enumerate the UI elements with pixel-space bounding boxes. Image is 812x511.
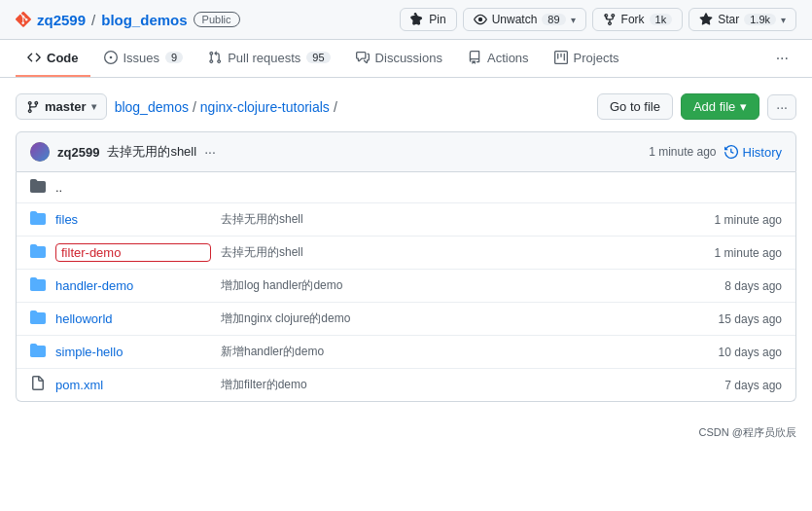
file-time-simple-hello: 10 days ago: [704, 346, 782, 359]
commit-time: 1 minute ago: [649, 145, 716, 159]
issues-badge: 9: [165, 52, 183, 63]
file-name-simple-hello[interactable]: simple-hello: [55, 345, 211, 359]
main-content: master ▾ blog_demos / nginx-clojure-tuto…: [0, 78, 812, 418]
branch-label: master: [45, 99, 87, 114]
tab-issues[interactable]: Issues 9: [92, 41, 195, 77]
file-msg-filter-demo: 去掉无用的shell: [221, 244, 694, 261]
file-icon-pom: [30, 376, 46, 394]
folder-icon-3: [30, 276, 46, 295]
folder-icon: [30, 210, 46, 229]
add-file-button[interactable]: Add file ▾: [681, 93, 759, 120]
history-icon: [724, 145, 738, 159]
file-row-handler-demo: handler-demo 增加log handler的demo 8 days a…: [17, 270, 795, 303]
commit-author[interactable]: zq2599: [57, 145, 99, 160]
pin-label: Pin: [429, 13, 445, 26]
file-msg: 去掉无用的shell: [221, 211, 694, 228]
tab-code-label: Code: [47, 51, 79, 65]
tab-discussions-label: Discussions: [375, 51, 442, 65]
file-time: 1 minute ago: [704, 213, 782, 227]
file-msg-pom: 增加filter的demo: [221, 377, 694, 393]
parent-link[interactable]: ..: [55, 180, 211, 195]
unwatch-button[interactable]: Unwatch 89 ▾: [463, 8, 586, 31]
file-name-filter-demo[interactable]: filter-demo: [55, 243, 211, 262]
file-time-handler-demo: 8 days ago: [704, 279, 782, 293]
fork-count: 1k: [650, 14, 673, 25]
repo-owner[interactable]: zq2599: [37, 12, 86, 28]
avatar: [30, 142, 50, 162]
fork-icon: [603, 13, 617, 26]
tab-pr-label: Pull requests: [228, 51, 300, 65]
folder-icon-2: [30, 243, 46, 262]
file-row-helloworld: helloworld 增加nginx clojure的demo 15 days …: [17, 303, 795, 336]
path-actions: Go to file Add file ▾ ···: [597, 93, 796, 120]
file-name-pom[interactable]: pom.xml: [55, 378, 211, 392]
fork-button[interactable]: Fork 1k: [592, 8, 684, 31]
watermark-text: CSDN @程序员欣辰: [699, 426, 796, 438]
watermark: CSDN @程序员欣辰: [0, 418, 812, 448]
commit-bar: zq2599 去掉无用的shell ··· 1 minute ago Histo…: [16, 131, 796, 172]
pin-button[interactable]: Pin: [400, 8, 456, 31]
star-button[interactable]: Star 1.9k ▾: [688, 8, 796, 31]
tab-pullrequests[interactable]: Pull requests 95: [196, 41, 341, 77]
breadcrumb: blog_demos / nginx-clojure-tutorials /: [115, 99, 589, 115]
actions-icon: [468, 51, 481, 64]
file-name-handler-demo[interactable]: handler-demo: [55, 278, 211, 293]
pr-badge: 95: [306, 52, 330, 63]
parent-icon: [30, 178, 46, 197]
tab-projects-label: Projects: [574, 51, 619, 65]
repo-name[interactable]: blog_demos: [101, 12, 187, 28]
file-row-simple-hello: simple-hello 新增handler的demo 10 days ago: [17, 336, 795, 369]
tab-more-button[interactable]: ···: [768, 40, 796, 77]
file-msg-handler-demo: 增加log handler的demo: [221, 277, 694, 294]
more-options-button[interactable]: ···: [767, 94, 796, 120]
projects-icon: [554, 51, 568, 64]
tab-nav: Code Issues 9 Pull requests 95 Discussio…: [0, 40, 812, 78]
tab-issues-label: Issues: [124, 51, 160, 65]
history-button[interactable]: History: [724, 145, 782, 160]
add-file-chevron: ▾: [740, 99, 747, 114]
tab-discussions[interactable]: Discussions: [344, 41, 454, 77]
history-label: History: [743, 145, 782, 160]
discussions-icon: [356, 51, 370, 64]
file-name-helloworld[interactable]: helloworld: [55, 311, 211, 326]
tab-code[interactable]: Code: [16, 41, 90, 77]
tab-actions[interactable]: Actions: [456, 41, 541, 77]
eye-icon: [474, 13, 487, 26]
star-count: 1.9k: [744, 14, 776, 25]
breadcrumb-root[interactable]: blog_demos: [115, 99, 189, 115]
add-file-label: Add file: [693, 99, 735, 114]
goto-file-button[interactable]: Go to file: [597, 93, 673, 120]
fork-label: Fork: [621, 13, 645, 26]
branch-chevron: ▾: [91, 101, 96, 112]
file-time-pom: 7 days ago: [704, 379, 782, 392]
file-row-parent: ..: [17, 172, 795, 203]
unwatch-chevron: ▾: [571, 15, 576, 25]
file-name[interactable]: files: [55, 212, 211, 227]
breadcrumb-sub[interactable]: nginx-clojure-tutorials: [200, 99, 330, 115]
file-row-pom: pom.xml 增加filter的demo 7 days ago: [17, 369, 795, 401]
code-icon: [27, 51, 41, 64]
git-icon: [16, 12, 31, 27]
branch-icon: [26, 100, 40, 114]
repo-sep: /: [91, 12, 95, 28]
commit-message: 去掉无用的shell: [107, 143, 196, 161]
star-icon: [699, 13, 713, 26]
goto-file-label: Go to file: [610, 99, 660, 114]
file-row-filter-demo: filter-demo 去掉无用的shell 1 minute ago: [17, 237, 795, 270]
file-time-filter-demo: 1 minute ago: [704, 246, 782, 260]
file-msg-helloworld: 增加nginx clojure的demo: [221, 310, 694, 327]
file-time-helloworld: 15 days ago: [704, 312, 782, 326]
commit-dots[interactable]: ···: [204, 144, 216, 160]
unwatch-count: 89: [542, 14, 565, 25]
tab-projects[interactable]: Projects: [543, 41, 631, 77]
path-bar: master ▾ blog_demos / nginx-clojure-tuto…: [16, 93, 796, 120]
issues-icon: [104, 51, 118, 64]
file-row: files 去掉无用的shell 1 minute ago: [17, 203, 795, 237]
star-chevron: ▾: [781, 15, 786, 25]
file-msg-simple-hello: 新增handler的demo: [221, 344, 694, 360]
star-label: Star: [718, 13, 739, 26]
repo-title: zq2599 / blog_demos: [37, 12, 188, 28]
pin-icon: [410, 13, 424, 26]
folder-icon-5: [30, 343, 46, 361]
branch-selector[interactable]: master ▾: [16, 93, 107, 120]
